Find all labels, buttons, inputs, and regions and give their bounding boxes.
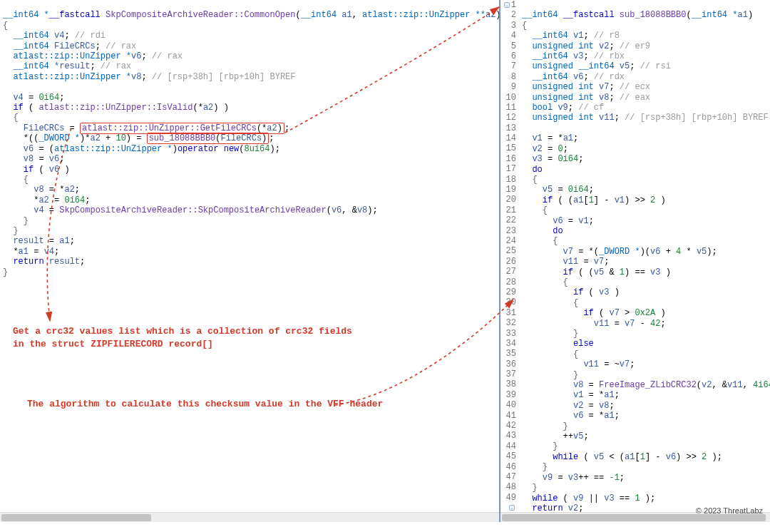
tok: } [532, 483, 537, 493]
tok: __fastcall [563, 10, 620, 20]
right-code-area: -123456789101112131415161718192021222324… [500, 0, 770, 512]
line-number: 32 [500, 318, 516, 328]
tok: operator new [178, 144, 239, 154]
tok: v6 [49, 154, 59, 164]
tok: v7 [563, 247, 573, 257]
tok: = [543, 154, 558, 164]
right-scroll-thumb[interactable] [502, 514, 766, 521]
line-number: 10 [500, 93, 516, 103]
tok: & [604, 267, 620, 277]
decl: atlast::zip::UnZipper * [13, 72, 131, 82]
line-number: 38 [500, 379, 516, 389]
tok: = [578, 257, 594, 267]
tok: v8 [357, 205, 367, 215]
tok: ( [594, 308, 610, 318]
line-number: 19 [500, 185, 516, 195]
tok: v2 [702, 380, 712, 390]
line-number: 23 [500, 226, 516, 236]
right-code[interactable]: __int64 __fastcall sub_18088BBB0(__int64… [519, 0, 770, 512]
decl: atlast::zip::UnZipper * [13, 51, 131, 61]
tok: if [13, 103, 23, 113]
txt: ) [496, 10, 499, 20]
cmt: // eax [620, 93, 650, 103]
line-number: 5 [500, 41, 516, 51]
tok: = ~ [599, 359, 620, 369]
tok: ( [558, 493, 573, 503]
tok: v9 [573, 493, 583, 503]
tok: } [563, 421, 568, 431]
tok: = ( [34, 144, 54, 154]
tok: ) [660, 267, 670, 277]
left-pane: __int64 *__fastcall SkpCompositeArchiveR… [0, 0, 500, 522]
tok: result [49, 257, 80, 267]
tok: , & [342, 205, 357, 215]
line-number: 40 [500, 400, 516, 410]
tok: _DWORD * [599, 247, 640, 257]
tok: ); [707, 247, 717, 257]
tok: ; [589, 216, 594, 226]
line-number: 26 [500, 257, 516, 267]
tok: ( ( [553, 195, 573, 205]
tok: v11 [727, 380, 743, 390]
tok: ) [655, 195, 665, 205]
tok: ) [609, 287, 619, 297]
tok: = [34, 154, 49, 164]
txt: ( [295, 10, 300, 20]
tok: a1 [737, 10, 747, 20]
tok [563, 503, 568, 512]
tok: v6 [650, 247, 660, 257]
tok: result [13, 236, 43, 246]
line-number: 6 [500, 51, 516, 61]
tok: = * [583, 390, 604, 400]
tok: ; [578, 154, 583, 164]
tok: while [553, 452, 578, 462]
tok: ( [686, 10, 691, 20]
tok: ; [660, 319, 665, 329]
tok: ) >> [625, 195, 650, 205]
tok: = * [583, 411, 604, 421]
tok: (* [192, 103, 202, 113]
left-code[interactable]: __int64 *__fastcall SkpCompositeArchiveR… [0, 0, 499, 512]
tok: v4 [34, 205, 43, 215]
tok: ) [748, 10, 753, 20]
line-number: 49 [500, 493, 516, 503]
tok: { [553, 236, 558, 246]
tok: v3 [532, 154, 542, 164]
tok: 4i64 [753, 380, 770, 390]
tok: 42 [650, 319, 660, 329]
tok: do [532, 165, 542, 175]
tok: , & [712, 380, 727, 390]
tok: = [543, 144, 558, 154]
left-hscroll[interactable] [0, 512, 499, 522]
tok: 1 [635, 493, 640, 503]
line-number: 18 [500, 175, 516, 185]
tok: = [583, 401, 599, 411]
tok: ; [609, 401, 614, 411]
tok: = [44, 236, 60, 246]
split-view: __int64 *__fastcall SkpCompositeArchiveR… [0, 0, 770, 522]
tok: v5 [573, 431, 583, 441]
tok: { [563, 277, 568, 287]
line-number: 27 [500, 267, 516, 277]
sig-ret: __int64 * [3, 10, 49, 20]
tok: ) [655, 308, 665, 318]
tok: ] - [645, 452, 666, 462]
tok: v6 [666, 452, 676, 462]
tok: + [660, 247, 676, 257]
tok: v3 [604, 493, 614, 503]
tok: = [563, 216, 579, 226]
tok: v4 [44, 247, 54, 257]
tok: v8 [24, 154, 34, 164]
decl: __int64 [13, 41, 54, 51]
line-number: 14 [500, 133, 516, 143]
tok: } [573, 370, 578, 380]
tok: v3 [568, 473, 578, 483]
tok: ; [589, 185, 594, 195]
tok: 10 [115, 133, 125, 143]
line-number: 31 [500, 308, 516, 318]
tok: v6 [573, 411, 583, 421]
tok: ; [59, 93, 64, 103]
tok: ; [284, 123, 289, 133]
decl: unsigned int [532, 41, 599, 51]
left-scroll-thumb[interactable] [1, 514, 151, 521]
